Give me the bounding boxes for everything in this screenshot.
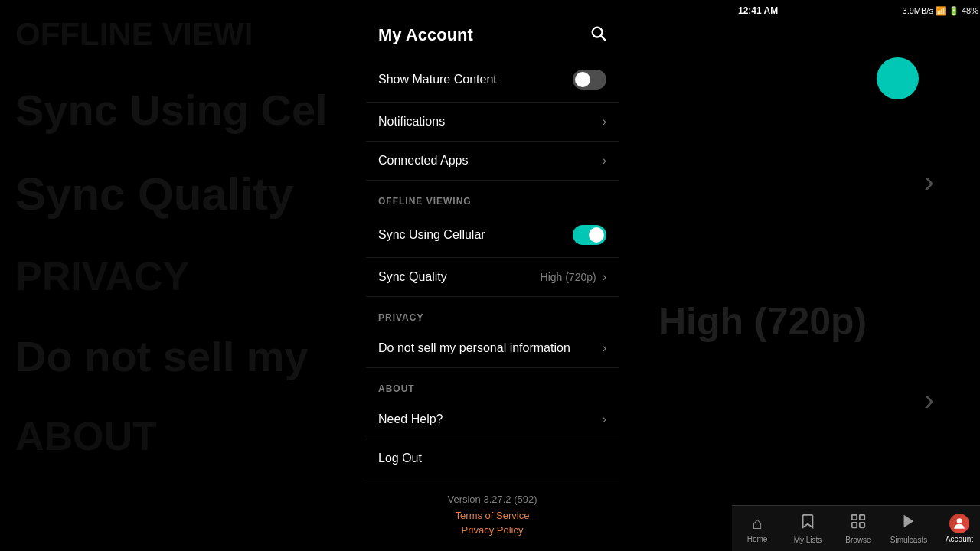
notifications-row[interactable]: Notifications › — [366, 103, 619, 142]
account-avatar — [949, 514, 969, 533]
show-mature-content-toggle[interactable] — [573, 70, 606, 90]
bg-sync-cellular: Sync Using Cel — [0, 69, 337, 151]
home-label: Home — [747, 535, 768, 543]
search-button[interactable] — [590, 24, 606, 45]
show-mature-content-label: Show Mature Content — [378, 73, 497, 86]
sync-cellular-knob — [589, 227, 604, 243]
status-time: 12:41 AM — [738, 5, 778, 16]
do-not-sell-row[interactable]: Do not sell my personal information › — [366, 329, 619, 368]
sync-quality-value: High (720p) — [541, 271, 596, 283]
status-bar: 12:41 AM 3.9MB/s 📶 🔋 48% — [732, 0, 980, 21]
sync-quality-right: High (720p) › — [541, 270, 606, 284]
nav-simulcasts[interactable]: Simulcasts — [884, 513, 934, 544]
notifications-chevron: › — [603, 115, 606, 129]
version-text: Version 3.27.2 (592) — [378, 494, 606, 505]
my-lists-label: My Lists — [794, 536, 822, 544]
version-section: Version 3.27.2 (592) Terms of Service Pr… — [366, 478, 619, 551]
background-right: High (720p) — [643, 0, 980, 551]
bg-about: ABOUT — [0, 397, 337, 475]
privacy-header: PRIVACY — [366, 297, 619, 329]
panel-header: My Account — [366, 0, 619, 57]
nav-browse[interactable]: Browse — [833, 513, 884, 544]
sync-using-cellular-row[interactable]: Sync Using Cellular — [366, 213, 619, 258]
sync-cellular-toggle[interactable] — [573, 225, 606, 245]
bg-offline-viewing: OFFLINE VIEWI — [0, 0, 337, 69]
log-out-row[interactable]: Log Out — [366, 439, 619, 478]
do-not-sell-chevron: › — [603, 341, 606, 355]
simulcasts-icon — [900, 513, 917, 534]
sync-quality-row[interactable]: Sync Quality High (720p) › — [366, 258, 619, 297]
nav-account[interactable]: Account — [934, 514, 980, 543]
do-not-sell-label: Do not sell my personal information — [378, 341, 570, 355]
about-header: ABOUT — [366, 368, 619, 400]
main-panel: 12:41 AM 3.9MB/s 📶 🔋 48% My Account Show… — [366, 0, 619, 551]
svg-rect-3 — [860, 515, 864, 520]
bg-sync-quality: Sync Quality — [0, 152, 337, 237]
need-help-chevron: › — [603, 412, 606, 426]
bg-do-not-sell: Do not sell my — [0, 315, 337, 397]
sync-quality-label: Sync Quality — [378, 270, 447, 284]
connected-apps-label: Connected Apps — [378, 154, 468, 168]
need-help-label: Need Help? — [378, 412, 443, 426]
bottom-nav: ⌂ Home My Lists Browse — [732, 505, 980, 551]
svg-point-7 — [957, 518, 962, 523]
notifications-label: Notifications — [378, 115, 445, 129]
browse-label: Browse — [845, 536, 871, 544]
bg-privacy: PRIVACY — [0, 237, 337, 315]
offline-viewing-header: OFFLINE VIEWING — [366, 181, 619, 213]
signal-icons: 📶 🔋 — [936, 6, 959, 16]
show-mature-content-row[interactable]: Show Mature Content — [366, 57, 619, 103]
bg-high-720p: High (720p) — [658, 299, 867, 344]
svg-rect-5 — [860, 523, 864, 527]
simulcasts-label: Simulcasts — [890, 536, 927, 544]
svg-rect-4 — [852, 523, 857, 527]
nav-my-lists[interactable]: My Lists — [782, 513, 833, 544]
log-out-label: Log Out — [378, 452, 422, 465]
svg-marker-6 — [904, 515, 914, 528]
settings-content: Show Mature Content Notifications › Conn… — [366, 57, 619, 551]
need-help-right: › — [603, 412, 606, 426]
svg-rect-2 — [852, 515, 857, 520]
connected-apps-row[interactable]: Connected Apps › — [366, 142, 619, 181]
svg-line-1 — [601, 36, 605, 40]
need-help-row[interactable]: Need Help? › — [366, 400, 619, 439]
notifications-right: › — [603, 115, 606, 129]
browse-icon — [850, 513, 867, 534]
sync-quality-chevron: › — [603, 270, 606, 284]
panel-title: My Account — [378, 25, 473, 45]
do-not-sell-right: › — [603, 341, 606, 355]
right-chevron-1: › — [924, 165, 934, 199]
data-speed: 3.9MB/s — [903, 6, 933, 15]
my-lists-icon — [799, 513, 816, 534]
home-icon: ⌂ — [752, 514, 762, 533]
sync-using-cellular-label: Sync Using Cellular — [378, 228, 485, 242]
account-label: Account — [946, 535, 973, 543]
toggle-knob — [575, 72, 590, 87]
privacy-policy-link[interactable]: Privacy Policy — [378, 524, 606, 536]
connected-apps-right: › — [603, 154, 606, 168]
terms-of-service-link[interactable]: Terms of Service — [378, 510, 606, 521]
teal-highlight-circle — [877, 57, 919, 99]
connected-apps-chevron: › — [603, 154, 606, 168]
background-text-left: OFFLINE VIEWI Sync Using Cel Sync Qualit… — [0, 0, 337, 551]
right-chevron-2: › — [924, 383, 934, 417]
nav-home[interactable]: ⌂ Home — [732, 514, 782, 543]
battery-percent: 48% — [962, 6, 978, 15]
status-icons: 3.9MB/s 📶 🔋 48% — [903, 6, 978, 16]
